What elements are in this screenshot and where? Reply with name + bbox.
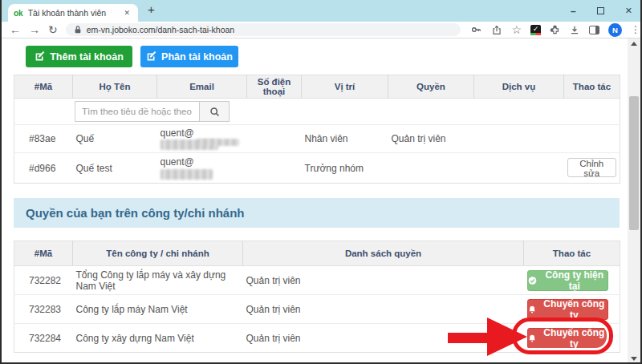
- tab-title: Tài khoản thành viên: [28, 8, 122, 18]
- account-code: #d966: [14, 153, 73, 184]
- accounts-table-header-row: #Mã Họ Tên Email Số điện thoại Vị trí Qu…: [14, 75, 620, 99]
- forward-icon[interactable]: →: [29, 24, 40, 35]
- scrollbar-thumb[interactable]: [629, 96, 639, 230]
- col-header-phone: Số điện thoại: [247, 75, 302, 99]
- share-icon[interactable]: [491, 25, 502, 35]
- extension-checkmark-icon[interactable]: ✓: [530, 25, 541, 35]
- window-close-button[interactable]: ✕: [625, 6, 632, 16]
- profile-avatar[interactable]: N: [608, 23, 622, 37]
- scroll-down-icon[interactable]: [631, 357, 637, 361]
- search-button[interactable]: [199, 101, 230, 122]
- account-position: Nhân viên: [302, 125, 388, 153]
- page-content: Thêm tài khoản Phân tài khoản #Mã Họ Tên…: [2, 38, 640, 364]
- company-code: 732283: [14, 295, 73, 324]
- browser-window: ok Tài khoản thành viên ✕ + – ✕ ← → ↻ em…: [0, 0, 642, 364]
- new-tab-button[interactable]: +: [148, 2, 155, 16]
- page-scrollbar[interactable]: [628, 38, 640, 364]
- reload-icon[interactable]: ↻: [48, 24, 58, 35]
- company-code: 732282: [14, 266, 73, 295]
- browser-menu-icon[interactable]: ⋮: [631, 24, 640, 35]
- edit-button[interactable]: Chỉnh sửa: [567, 158, 617, 177]
- search-row: [14, 99, 620, 125]
- assign-account-label: Phân tài khoản: [161, 51, 233, 63]
- col-header-code: #Mã: [14, 75, 73, 99]
- account-service: [474, 125, 564, 153]
- redacted-email: [160, 169, 213, 180]
- account-row: #83ae Quế quent@ Nhân viên Quản trị viên: [14, 125, 620, 153]
- company-action: Công ty hiện tại: [524, 266, 620, 295]
- switch-company-button[interactable]: Chuyển công ty: [527, 299, 609, 320]
- account-name: Quế test: [73, 153, 157, 184]
- col-header-role: Quyền: [388, 75, 474, 99]
- company-name: Công ty xây dựng Nam Việt: [73, 324, 243, 353]
- account-service: [474, 153, 564, 184]
- col-header-company: Tên công ty / chi nhánh: [73, 241, 243, 266]
- col-header-permissions: Danh sách quyền: [243, 241, 524, 266]
- account-email: quent@: [157, 125, 247, 153]
- key-icon[interactable]: [470, 24, 482, 35]
- permissions-section-header: Quyền của bạn trên công ty/chi nhánh: [14, 198, 620, 228]
- browser-toolbar: ← → ↻ em-vn.joboko.com/danh-sach-tai-kho…: [2, 22, 640, 38]
- side-panel-icon[interactable]: [589, 26, 599, 34]
- email-prefix: quent@: [160, 127, 194, 139]
- account-name: Quế: [73, 125, 157, 153]
- add-account-label: Thêm tài khoản: [50, 51, 124, 63]
- edit-icon: [146, 51, 156, 62]
- companies-table-header-row: #Mã Tên công ty / chi nhánh Danh sách qu…: [14, 241, 620, 266]
- company-name: Tổng Công ty lắp máy và xây dựng Nam Việ…: [73, 266, 243, 295]
- email-prefix: quent@: [160, 156, 194, 168]
- col-header-name: Họ Tên: [73, 75, 157, 99]
- bell-icon: [528, 305, 536, 314]
- toolbar-right-icons: ☆ ✓ N ⋮: [470, 23, 640, 37]
- window-maximize-button[interactable]: [597, 7, 604, 14]
- address-bar[interactable]: em-vn.joboko.com/danh-sach-tai-khoan: [66, 23, 461, 36]
- search-input[interactable]: [75, 101, 199, 122]
- col-header-position: Vị trí: [302, 75, 388, 99]
- tab-close-icon[interactable]: ✕: [121, 7, 132, 18]
- account-action: [564, 125, 620, 153]
- redacted-email: [197, 139, 239, 146]
- company-code: 732284: [14, 324, 73, 353]
- col-header-email: Email: [157, 75, 247, 99]
- current-company-button[interactable]: Công ty hiện tại: [527, 270, 609, 291]
- download-icon[interactable]: [569, 25, 580, 35]
- account-role: Quản trị viên: [388, 125, 474, 153]
- account-role: [388, 153, 474, 184]
- col-header-service: Dịch vụ: [474, 75, 564, 99]
- padlock-icon: [74, 25, 82, 34]
- account-position: Trưởng nhóm: [302, 153, 388, 184]
- company-permissions: Quản trị viên: [243, 295, 524, 324]
- company-name: Công ty lắp máy Nam Việt: [73, 295, 243, 324]
- window-controls: – ✕: [571, 0, 632, 22]
- joboko-favicon-icon: ok: [14, 9, 23, 18]
- window-minimize-button[interactable]: –: [571, 6, 576, 17]
- col-header-code: #Mã: [14, 241, 73, 266]
- company-permissions: Quản trị viên: [243, 266, 524, 295]
- annotation-arrow-icon: [487, 317, 527, 356]
- edit-icon: [35, 51, 45, 62]
- url-text: em-vn.joboko.com/danh-sach-tai-khoan: [87, 25, 234, 34]
- col-header-actions: Thao tác: [564, 75, 620, 99]
- add-account-button[interactable]: Thêm tài khoản: [26, 46, 132, 67]
- assign-account-button[interactable]: Phân tài khoản: [140, 46, 238, 67]
- account-action: Chỉnh sửa: [564, 153, 620, 184]
- browser-titlebar: ok Tài khoản thành viên ✕ + – ✕: [2, 0, 640, 22]
- col-header-actions: Thao tác: [524, 241, 620, 266]
- bookmark-star-icon[interactable]: ☆: [511, 24, 522, 35]
- extensions-puzzle-icon[interactable]: [550, 25, 560, 35]
- browser-tab[interactable]: ok Tài khoản thành viên ✕: [8, 4, 138, 22]
- back-icon[interactable]: ←: [10, 24, 21, 35]
- search-icon: [209, 107, 220, 117]
- account-email: quent@: [157, 153, 247, 184]
- scroll-up-icon[interactable]: [631, 42, 637, 46]
- accounts-table: #Mã Họ Tên Email Số điện thoại Vị trí Qu…: [14, 75, 620, 184]
- account-phone: [247, 153, 302, 184]
- section-title: Quyền của bạn trên công ty/chi nhánh: [26, 206, 245, 220]
- check-circle-icon: [528, 276, 537, 285]
- account-code: #83ae: [14, 125, 73, 153]
- company-row: 732282 Tổng Công ty lắp máy và xây dựng …: [14, 266, 620, 295]
- account-row: #d966 Quế test quent@ Trưởng nhóm Chỉnh …: [14, 153, 620, 184]
- current-company-label: Công ty hiện tại: [542, 269, 608, 292]
- account-phone: [247, 125, 302, 153]
